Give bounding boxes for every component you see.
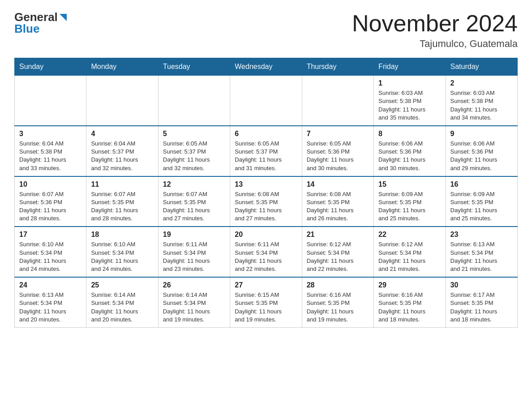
weekday-header-friday: Friday — [374, 58, 446, 76]
day-sun-info: Sunrise: 6:09 AM Sunset: 5:35 PM Dayligh… — [378, 190, 441, 223]
calendar-cell: 11Sunrise: 6:07 AM Sunset: 5:35 PM Dayli… — [86, 176, 158, 227]
calendar-cell: 17Sunrise: 6:10 AM Sunset: 5:34 PM Dayli… — [15, 227, 86, 277]
day-number: 8 — [378, 130, 441, 138]
calendar-cell: 5Sunrise: 6:05 AM Sunset: 5:37 PM Daylig… — [158, 126, 230, 176]
day-sun-info: Sunrise: 6:08 AM Sunset: 5:35 PM Dayligh… — [307, 190, 369, 223]
day-sun-info: Sunrise: 6:14 AM Sunset: 5:34 PM Dayligh… — [91, 291, 153, 324]
calendar-cell — [158, 76, 230, 126]
calendar-cell: 9Sunrise: 6:06 AM Sunset: 5:36 PM Daylig… — [446, 126, 517, 176]
day-sun-info: Sunrise: 6:08 AM Sunset: 5:35 PM Dayligh… — [235, 190, 297, 223]
weekday-header-tuesday: Tuesday — [158, 58, 230, 76]
calendar-cell: 15Sunrise: 6:09 AM Sunset: 5:35 PM Dayli… — [374, 176, 446, 227]
calendar-cell: 21Sunrise: 6:12 AM Sunset: 5:34 PM Dayli… — [302, 227, 373, 277]
logo: General Blue — [14, 11, 68, 36]
calendar-subtitle: Tajumulco, Guatemala — [352, 38, 518, 50]
page-header: General Blue November 2024 Tajumulco, Gu… — [14, 11, 518, 50]
calendar-cell: 30Sunrise: 6:17 AM Sunset: 5:35 PM Dayli… — [446, 277, 517, 327]
day-number: 12 — [163, 180, 225, 188]
day-number: 21 — [307, 231, 369, 239]
day-sun-info: Sunrise: 6:07 AM Sunset: 5:36 PM Dayligh… — [19, 190, 82, 223]
calendar-title: November 2024 — [352, 11, 518, 36]
day-sun-info: Sunrise: 6:06 AM Sunset: 5:36 PM Dayligh… — [450, 140, 513, 172]
calendar-cell: 7Sunrise: 6:05 AM Sunset: 5:36 PM Daylig… — [302, 126, 373, 176]
calendar-cell: 29Sunrise: 6:16 AM Sunset: 5:35 PM Dayli… — [374, 277, 446, 327]
day-sun-info: Sunrise: 6:11 AM Sunset: 5:34 PM Dayligh… — [235, 240, 297, 273]
day-sun-info: Sunrise: 6:03 AM Sunset: 5:38 PM Dayligh… — [378, 89, 441, 122]
calendar-cell: 3Sunrise: 6:04 AM Sunset: 5:38 PM Daylig… — [15, 126, 86, 176]
day-sun-info: Sunrise: 6:04 AM Sunset: 5:37 PM Dayligh… — [91, 140, 153, 172]
day-number: 18 — [91, 231, 153, 239]
day-sun-info: Sunrise: 6:05 AM Sunset: 5:37 PM Dayligh… — [163, 140, 225, 172]
day-sun-info: Sunrise: 6:12 AM Sunset: 5:34 PM Dayligh… — [378, 240, 441, 273]
calendar-cell: 13Sunrise: 6:08 AM Sunset: 5:35 PM Dayli… — [230, 176, 302, 227]
calendar-cell: 27Sunrise: 6:15 AM Sunset: 5:35 PM Dayli… — [230, 277, 302, 327]
calendar-cell — [302, 76, 373, 126]
day-sun-info: Sunrise: 6:12 AM Sunset: 5:34 PM Dayligh… — [307, 240, 369, 273]
calendar-cell: 23Sunrise: 6:13 AM Sunset: 5:34 PM Dayli… — [446, 227, 517, 277]
day-sun-info: Sunrise: 6:10 AM Sunset: 5:34 PM Dayligh… — [91, 240, 153, 273]
day-sun-info: Sunrise: 6:07 AM Sunset: 5:35 PM Dayligh… — [91, 190, 153, 223]
day-sun-info: Sunrise: 6:10 AM Sunset: 5:34 PM Dayligh… — [19, 240, 82, 273]
weekday-header-saturday: Saturday — [446, 58, 517, 76]
calendar-cell: 18Sunrise: 6:10 AM Sunset: 5:34 PM Dayli… — [86, 227, 158, 277]
weekday-header-monday: Monday — [86, 58, 158, 76]
day-sun-info: Sunrise: 6:09 AM Sunset: 5:35 PM Dayligh… — [450, 190, 513, 223]
calendar-cell — [230, 76, 302, 126]
calendar-week-row: 17Sunrise: 6:10 AM Sunset: 5:34 PM Dayli… — [15, 227, 518, 277]
day-number: 19 — [163, 231, 225, 239]
day-sun-info: Sunrise: 6:17 AM Sunset: 5:35 PM Dayligh… — [450, 291, 513, 324]
calendar-cell: 19Sunrise: 6:11 AM Sunset: 5:34 PM Dayli… — [158, 227, 230, 277]
calendar-cell: 25Sunrise: 6:14 AM Sunset: 5:34 PM Dayli… — [86, 277, 158, 327]
calendar-cell: 12Sunrise: 6:07 AM Sunset: 5:35 PM Dayli… — [158, 176, 230, 227]
day-number: 9 — [450, 130, 513, 138]
day-sun-info: Sunrise: 6:07 AM Sunset: 5:35 PM Dayligh… — [163, 190, 225, 223]
logo-arrow-icon — [59, 13, 68, 22]
calendar-cell: 16Sunrise: 6:09 AM Sunset: 5:35 PM Dayli… — [446, 176, 517, 227]
day-number: 7 — [307, 130, 369, 138]
calendar-table: SundayMondayTuesdayWednesdayThursdayFrid… — [14, 58, 518, 328]
calendar-cell: 6Sunrise: 6:05 AM Sunset: 5:37 PM Daylig… — [230, 126, 302, 176]
calendar-cell: 10Sunrise: 6:07 AM Sunset: 5:36 PM Dayli… — [15, 176, 86, 227]
calendar-week-row: 3Sunrise: 6:04 AM Sunset: 5:38 PM Daylig… — [15, 126, 518, 176]
day-number: 13 — [235, 180, 297, 188]
calendar-cell: 4Sunrise: 6:04 AM Sunset: 5:37 PM Daylig… — [86, 126, 158, 176]
day-number: 15 — [378, 180, 441, 188]
calendar-week-row: 1Sunrise: 6:03 AM Sunset: 5:38 PM Daylig… — [15, 76, 518, 126]
title-block: November 2024 Tajumulco, Guatemala — [352, 11, 518, 50]
calendar-cell — [15, 76, 86, 126]
day-number: 2 — [450, 79, 513, 87]
calendar-cell: 8Sunrise: 6:06 AM Sunset: 5:36 PM Daylig… — [374, 126, 446, 176]
calendar-header-row: SundayMondayTuesdayWednesdayThursdayFrid… — [15, 58, 518, 76]
day-sun-info: Sunrise: 6:14 AM Sunset: 5:34 PM Dayligh… — [163, 291, 225, 324]
day-number: 16 — [450, 180, 513, 188]
calendar-cell: 28Sunrise: 6:16 AM Sunset: 5:35 PM Dayli… — [302, 277, 373, 327]
weekday-header-sunday: Sunday — [15, 58, 86, 76]
calendar-cell: 1Sunrise: 6:03 AM Sunset: 5:38 PM Daylig… — [374, 76, 446, 126]
day-sun-info: Sunrise: 6:15 AM Sunset: 5:35 PM Dayligh… — [235, 291, 297, 324]
svg-marker-0 — [60, 14, 67, 21]
calendar-week-row: 10Sunrise: 6:07 AM Sunset: 5:36 PM Dayli… — [15, 176, 518, 227]
day-sun-info: Sunrise: 6:13 AM Sunset: 5:34 PM Dayligh… — [19, 291, 82, 324]
day-number: 6 — [235, 130, 297, 138]
day-number: 11 — [91, 180, 153, 188]
day-number: 25 — [91, 281, 153, 289]
day-sun-info: Sunrise: 6:05 AM Sunset: 5:36 PM Dayligh… — [307, 140, 369, 172]
day-number: 3 — [19, 130, 82, 138]
weekday-header-wednesday: Wednesday — [230, 58, 302, 76]
calendar-cell: 2Sunrise: 6:03 AM Sunset: 5:38 PM Daylig… — [446, 76, 517, 126]
day-sun-info: Sunrise: 6:06 AM Sunset: 5:36 PM Dayligh… — [378, 140, 441, 172]
day-number: 24 — [19, 281, 82, 289]
day-sun-info: Sunrise: 6:16 AM Sunset: 5:35 PM Dayligh… — [307, 291, 369, 324]
day-number: 5 — [163, 130, 225, 138]
day-number: 17 — [19, 231, 82, 239]
day-number: 1 — [378, 79, 441, 87]
logo-blue: Blue — [14, 22, 39, 36]
calendar-cell: 20Sunrise: 6:11 AM Sunset: 5:34 PM Dayli… — [230, 227, 302, 277]
weekday-header-thursday: Thursday — [302, 58, 373, 76]
day-sun-info: Sunrise: 6:05 AM Sunset: 5:37 PM Dayligh… — [235, 140, 297, 172]
day-number: 14 — [307, 180, 369, 188]
day-number: 20 — [235, 231, 297, 239]
calendar-cell: 22Sunrise: 6:12 AM Sunset: 5:34 PM Dayli… — [374, 227, 446, 277]
calendar-cell: 26Sunrise: 6:14 AM Sunset: 5:34 PM Dayli… — [158, 277, 230, 327]
day-number: 30 — [450, 281, 513, 289]
